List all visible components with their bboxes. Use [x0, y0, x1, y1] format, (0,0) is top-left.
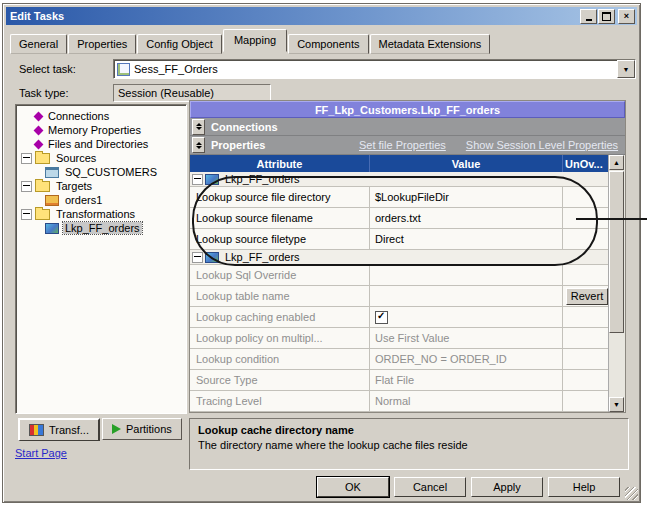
value-cell[interactable]: Flat File: [370, 370, 563, 390]
expander-minus-icon[interactable]: [192, 174, 203, 185]
source-icon: [45, 167, 59, 178]
tree-item-sources[interactable]: Sources: [16, 151, 186, 165]
navigation-tree: ConnectionsMemory PropertiesFiles and Di…: [15, 104, 187, 414]
scroll-up-button[interactable]: ▲: [609, 155, 624, 170]
value-cell[interactable]: $LookupFileDir: [370, 187, 563, 207]
show-session-level-properties-link[interactable]: Show Session Level Properties: [466, 139, 618, 151]
footer-tabstrip: Transf...Partitions: [18, 418, 184, 441]
minimize-icon: [586, 19, 592, 21]
tab-mapping[interactable]: Mapping: [223, 29, 287, 52]
grid-row[interactable]: Lookup policy on multipl...Use First Val…: [190, 328, 611, 349]
scrollbar-thumb[interactable]: [609, 171, 624, 333]
value-cell[interactable]: [370, 265, 563, 285]
tab-components[interactable]: Components: [288, 34, 368, 54]
group-label: Lkp_FF_orders: [223, 173, 300, 185]
tree-item-targets[interactable]: Targets: [16, 179, 186, 193]
dropdown-arrow-icon[interactable]: ▼: [617, 60, 635, 78]
connections-band[interactable]: Connections: [190, 118, 625, 136]
tree-item-label: Transformations: [54, 208, 137, 220]
tab-properties[interactable]: Properties: [68, 34, 136, 54]
tree-item-label: Targets: [54, 180, 94, 192]
grid-row[interactable]: Tracing LevelNormal: [190, 391, 611, 412]
up-arrow-icon: [196, 142, 202, 145]
grid-row[interactable]: Lookup Sql Override: [190, 265, 611, 286]
unoverride-cell: [563, 328, 611, 348]
value-cell[interactable]: Use First Value: [370, 328, 563, 348]
tree-item-connections[interactable]: Connections: [16, 109, 186, 123]
tree-item-label: Sources: [54, 152, 98, 164]
scroll-down-button[interactable]: ▼: [609, 397, 624, 412]
checkbox[interactable]: [375, 311, 388, 324]
grid-row[interactable]: Lookup source filetypeDirect: [190, 229, 611, 250]
footer-tab-label: Transf...: [49, 424, 89, 436]
expander-minus-icon[interactable]: [21, 209, 32, 220]
tree-item-lkp-ff-orders[interactable]: Lkp_FF_orders: [16, 221, 186, 235]
grid-header: Attribute Value UnOv...: [190, 155, 611, 172]
select-task-value: Sess_FF_Orders: [134, 63, 218, 75]
value-cell[interactable]: Direct: [370, 229, 563, 249]
mapping-properties-panel: FF_Lkp_Customers.Lkp_FF_orders Connectio…: [189, 100, 626, 413]
apply-button[interactable]: Apply: [471, 477, 543, 497]
ok-button[interactable]: OK: [317, 477, 389, 497]
value-cell[interactable]: ORDER_NO = ORDER_ID: [370, 349, 563, 369]
start-page-link[interactable]: Start Page: [15, 447, 67, 459]
cancel-button[interactable]: Cancel: [394, 477, 466, 497]
transformation-icon: [205, 252, 219, 263]
tree-item-files-and-directories[interactable]: Files and Directories: [16, 137, 186, 151]
target-icon: [45, 195, 59, 206]
unoverride-cell: [563, 391, 611, 411]
grid-group-row[interactable]: Lkp_FF_orders: [190, 172, 611, 187]
value-cell[interactable]: orders.txt: [370, 208, 563, 228]
unoverride-cell: [563, 349, 611, 369]
attribute-cell: Source Type: [190, 370, 370, 390]
maximize-button[interactable]: [598, 9, 615, 24]
grid-row[interactable]: Lookup source file directory$LookupFileD…: [190, 187, 611, 208]
value-cell[interactable]: [370, 286, 563, 306]
folder-icon: [35, 209, 50, 220]
revert-button[interactable]: Revert: [566, 288, 608, 305]
partition-arrow-icon: [112, 424, 121, 434]
unoverride-cell: [563, 187, 611, 207]
attribute-cell: Tracing Level: [190, 391, 370, 411]
unoverride-cell: [563, 370, 611, 390]
tree-item-sq-customers[interactable]: SQ_CUSTOMERS: [16, 165, 186, 179]
tree-item-label: Connections: [46, 110, 111, 122]
tree-item-memory-properties[interactable]: Memory Properties: [16, 123, 186, 137]
tree-item-label: Lkp_FF_orders: [63, 222, 142, 234]
value-cell[interactable]: Normal: [370, 391, 563, 411]
help-button[interactable]: Help: [548, 477, 620, 497]
tree-item-orders1[interactable]: orders1: [16, 193, 186, 207]
footer-tab-transf[interactable]: Transf...: [18, 418, 100, 441]
select-task-combobox[interactable]: Sess_FF_Orders ▼: [113, 59, 636, 79]
tab-metadata-extensions[interactable]: Metadata Extensions: [370, 34, 491, 54]
attribute-column-header[interactable]: Attribute: [190, 155, 370, 172]
properties-band[interactable]: Properties Set file Properties Show Sess…: [190, 136, 625, 155]
expander-minus-icon[interactable]: [21, 153, 32, 164]
grid-row[interactable]: Source TypeFlat File: [190, 370, 611, 391]
grid-row[interactable]: Lookup table nameRevert: [190, 286, 611, 307]
expander-minus-icon[interactable]: [21, 181, 32, 192]
vertical-scrollbar[interactable]: ▲ ▼: [608, 155, 625, 412]
minimize-button[interactable]: [580, 9, 597, 24]
grid-group-row[interactable]: Lkp_FF_orders: [190, 250, 611, 265]
tree-item-label: orders1: [63, 194, 104, 206]
expand-collapse-button[interactable]: [192, 119, 205, 135]
expander-minus-icon[interactable]: [192, 252, 203, 263]
value-cell[interactable]: [370, 307, 563, 327]
tab-general[interactable]: General: [10, 34, 67, 54]
window-title: Edit Tasks: [10, 10, 64, 22]
set-file-properties-link[interactable]: Set file Properties: [359, 139, 446, 151]
grid-row[interactable]: Lookup source filenameorders.txt: [190, 208, 611, 229]
tab-config-object[interactable]: Config Object: [137, 34, 222, 54]
close-button[interactable]: ×: [618, 9, 635, 24]
expand-collapse-button[interactable]: [192, 137, 205, 153]
grid-row[interactable]: Lookup conditionORDER_NO = ORDER_ID: [190, 349, 611, 370]
tree-item-transformations[interactable]: Transformations: [16, 207, 186, 221]
down-arrow-icon: [196, 146, 202, 149]
unoverride-column-header[interactable]: UnOv...: [563, 155, 611, 172]
resize-grip[interactable]: [625, 487, 638, 500]
value-column-header[interactable]: Value: [370, 155, 563, 172]
footer-tab-partitions[interactable]: Partitions: [102, 418, 182, 440]
grid-row[interactable]: Lookup caching enabled: [190, 307, 611, 328]
down-arrow-icon: [196, 127, 202, 130]
